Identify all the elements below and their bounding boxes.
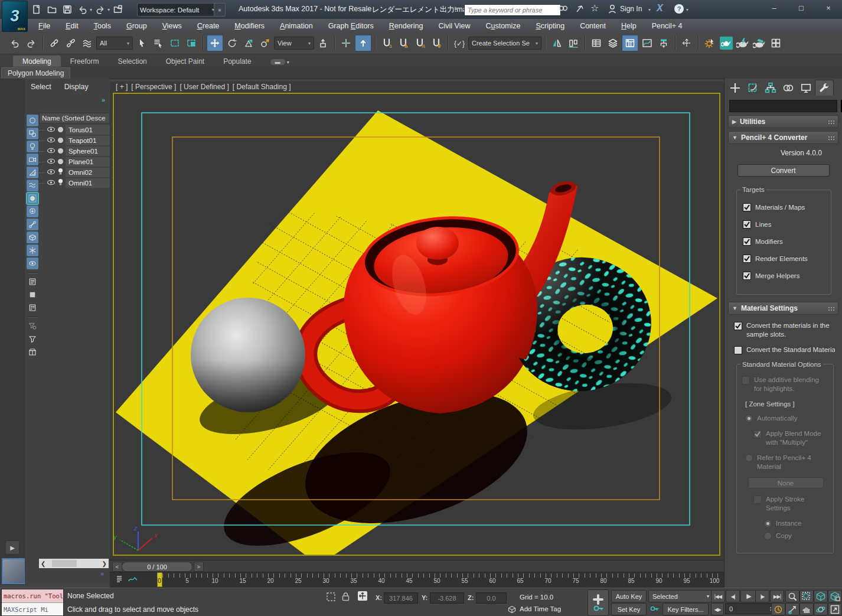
menu-edit[interactable]: Edit (58, 22, 86, 30)
apply-blend-mode-checkbox[interactable] (753, 430, 762, 438)
unlink-selection-icon[interactable] (63, 35, 79, 51)
tab-create[interactable] (726, 80, 744, 96)
snaps-toggle-3d-icon[interactable]: 3 (379, 35, 394, 51)
open-mini-curve-editor-icon[interactable] (116, 575, 125, 586)
convert-button[interactable]: Convert (737, 164, 830, 177)
schematic-view-icon[interactable] (656, 35, 671, 51)
table-row[interactable]: Plane01 (39, 157, 110, 167)
quick-filter-icon[interactable] (27, 333, 38, 345)
filter-hidden-icon[interactable] (27, 258, 38, 269)
maxscript-mini-listener[interactable]: macros.run "Tool MAXScript Mi (1, 589, 64, 616)
filter-lights-icon[interactable] (27, 141, 38, 152)
track-bar-curve-icon[interactable] (128, 575, 138, 586)
table-row[interactable]: Teapot01 (39, 135, 110, 146)
edit-named-selection-sets-icon[interactable]: {✓} (452, 35, 467, 51)
scroll-right-icon[interactable]: ❯ (102, 560, 107, 567)
rollout-utilities[interactable]: ▶ Utilities (728, 115, 838, 128)
menu-content[interactable]: Content (572, 22, 613, 30)
maximize-button[interactable]: □ (792, 0, 810, 15)
communication-center-icon[interactable] (574, 3, 586, 15)
tab-display[interactable] (797, 80, 815, 96)
tab-modify[interactable] (744, 80, 762, 96)
filter-shapes-icon[interactable] (27, 128, 38, 139)
go-to-start-button[interactable]: |◀◀ (711, 590, 725, 602)
table-row[interactable]: Torus01 (39, 125, 110, 135)
checkbox-checked[interactable] (743, 203, 751, 211)
rectangular-selection-region-icon[interactable] (167, 35, 182, 51)
angle-snap-toggle-icon[interactable] (396, 35, 411, 51)
viewport-menu-shading[interactable]: [ Default Shading ] (233, 83, 291, 91)
key-mode-dropdown[interactable]: Selected ▾ (648, 590, 712, 602)
redo-icon[interactable] (24, 35, 39, 51)
render-in-cloud-icon[interactable] (752, 35, 767, 51)
search-input[interactable]: Type a keyword or phrase (464, 4, 561, 16)
scroll-left-icon[interactable]: ❮ (41, 560, 45, 567)
automatically-radio[interactable] (745, 415, 753, 422)
ribbon-tab-freeform[interactable]: Freeform (61, 56, 109, 67)
save-file-icon[interactable] (60, 2, 74, 17)
close-button[interactable]: × (820, 0, 837, 15)
rollout-pencil4-converter[interactable]: ▼ Pencil+ 4 Converter (728, 131, 838, 144)
zoom-region-icon[interactable] (799, 590, 814, 602)
display-properties-icon[interactable] (27, 302, 38, 314)
filter-xrefs-icon[interactable] (27, 206, 38, 217)
copy-radio[interactable] (764, 532, 772, 540)
y-coordinate-field[interactable]: -3.628 (430, 592, 464, 604)
menu-group[interactable]: Group (119, 22, 155, 30)
key-step-mode-button[interactable]: ◀▶ (711, 603, 724, 615)
viewport-canvas[interactable]: z x y (110, 82, 724, 560)
convert-standard-material-checkbox[interactable] (734, 346, 742, 354)
next-frame-slider-button[interactable]: > (194, 562, 204, 572)
previous-frame-slider-button[interactable]: < (112, 562, 122, 572)
exchange-apps-icon[interactable]: X (657, 3, 663, 14)
render-production-icon[interactable] (768, 35, 784, 51)
table-row[interactable]: Sphere01 (39, 146, 110, 157)
filter-spacewarps-icon[interactable] (27, 180, 38, 191)
open-file-icon[interactable] (45, 2, 59, 17)
table-row[interactable]: Omni01 (39, 178, 110, 188)
explorer-menu-select[interactable]: Select (31, 83, 51, 91)
3ds-max-logo[interactable]: 3 MAX (2, 1, 28, 32)
display-influences-icon[interactable] (27, 276, 38, 288)
undo-icon-flyout[interactable]: ▾ (90, 7, 92, 12)
select-object-icon[interactable] (134, 35, 149, 51)
key-filter-key-icon[interactable] (650, 604, 660, 616)
menu-pencil-4[interactable]: Pencil+ 4 (644, 22, 690, 30)
z-coordinate-field[interactable]: 0.0 (476, 592, 507, 604)
play-button[interactable]: ▶ (740, 590, 757, 602)
explorer-menu-display[interactable]: Display (64, 83, 89, 91)
go-to-end-button[interactable]: ▶▶| (770, 590, 784, 602)
material-editor-icon[interactable] (702, 35, 717, 51)
maximize-viewport-toggle-icon[interactable] (828, 603, 842, 615)
workspace-menu-icon[interactable]: ≡ (214, 3, 226, 17)
spinner-snap-toggle-icon[interactable] (429, 35, 444, 51)
keyboard-shortcut-override-icon[interactable] (355, 35, 371, 51)
search-history-icon[interactable]: ▶ (455, 5, 459, 11)
visibility-eye-icon[interactable] (47, 167, 56, 178)
menu-civil-view[interactable]: Civil View (430, 22, 478, 30)
viewport-menu-general[interactable]: [ + ] (116, 83, 128, 91)
select-by-name-icon[interactable] (151, 35, 166, 51)
select-and-place-icon[interactable] (257, 35, 273, 51)
menu-scripting[interactable]: Scripting (528, 22, 572, 30)
absolute-transform-type-in-icon[interactable] (357, 590, 368, 604)
use-pivot-point-center-icon[interactable] (315, 35, 331, 51)
window-crossing-icon[interactable] (184, 35, 199, 51)
zoom-extents-icon[interactable] (814, 590, 828, 602)
refer-to-pencil-material-radio[interactable] (745, 454, 753, 462)
percent-snap-toggle-icon[interactable]: % (412, 35, 427, 51)
select-and-scale-icon[interactable] (241, 35, 256, 51)
explorer-column-header[interactable]: Name (Sorted Desce (39, 113, 110, 123)
zoom-extents-all-icon[interactable] (828, 590, 842, 602)
add-time-tag[interactable]: Add Time Tag (520, 605, 561, 612)
time-slider[interactable]: 0 / 100 (122, 562, 192, 572)
dock-color-swatch[interactable] (2, 558, 25, 584)
instance-radio[interactable] (764, 520, 772, 527)
ribbon-tab-populate[interactable]: Populate (214, 56, 260, 67)
named-selection-set-dropdown[interactable]: Create Selection Se▾ (468, 37, 541, 50)
tab-polygon-modeling[interactable]: Polygon Modeling (1, 67, 70, 79)
menu-modifiers[interactable]: Modifiers (227, 22, 272, 30)
advanced-filter-icon[interactable] (27, 320, 38, 332)
additive-blending-checkbox[interactable] (742, 376, 750, 384)
filter-bones-icon[interactable] (27, 219, 38, 230)
